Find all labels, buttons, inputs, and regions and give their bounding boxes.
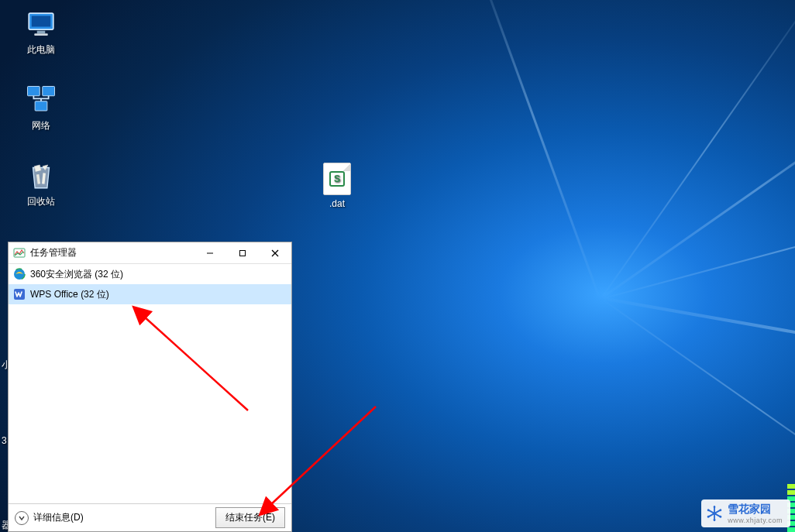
process-row-wps-office[interactable]: WPS Office (32 位) — [9, 284, 291, 304]
file-label: .dat — [329, 198, 345, 209]
network-icon — [25, 84, 57, 116]
svg-point-27 — [720, 510, 722, 512]
process-name: WPS Office (32 位) — [30, 288, 109, 301]
task-manager-icon — [13, 247, 26, 259]
desktop-icon-this-pc[interactable]: 此电脑 — [14, 8, 68, 57]
svg-rect-4 — [28, 87, 40, 96]
desktop-icon-label: 网络 — [32, 119, 50, 132]
desktop-file-dat[interactable]: S .dat — [314, 163, 360, 209]
svg-rect-3 — [34, 33, 48, 36]
close-button[interactable] — [259, 242, 291, 264]
svg-rect-5 — [43, 87, 55, 96]
monitor-icon — [25, 8, 57, 40]
recycle-bin-icon — [25, 160, 57, 192]
desktop-icon-label: 此电脑 — [27, 43, 55, 57]
task-manager-footer: 详细信息(D) 结束任务(E) — [9, 503, 291, 531]
chevron-down-icon — [15, 511, 29, 525]
svg-point-25 — [720, 516, 722, 518]
file-badge: S — [329, 171, 345, 187]
window-title: 任务管理器 — [30, 246, 194, 259]
desktop-icon-network[interactable]: 网络 — [14, 84, 68, 132]
watermark-title: 雪花家园 — [728, 503, 771, 515]
details-toggle[interactable]: 详细信息(D) — [15, 511, 84, 525]
file-document-icon: S — [323, 163, 351, 195]
svg-point-26 — [707, 516, 710, 518]
wps-icon — [13, 288, 26, 300]
svg-point-24 — [707, 510, 710, 512]
task-manager-window: 任务管理器 360安全浏览器 (32 位) — [8, 242, 292, 532]
watermark: 雪花家园 www.xhjaty.com — [701, 499, 790, 527]
watermark-url: www.xhjaty.com — [728, 517, 783, 524]
svg-point-22 — [714, 506, 716, 508]
svg-rect-11 — [240, 250, 246, 256]
desktop-icon-recycle-bin[interactable]: 回收站 — [14, 160, 68, 208]
titlebar[interactable]: 任务管理器 — [9, 242, 291, 264]
end-task-button[interactable]: 结束任务(E) — [215, 507, 285, 528]
cropped-text: 3 — [2, 435, 7, 446]
process-name: 360安全浏览器 (32 位) — [30, 268, 123, 281]
svg-point-23 — [714, 519, 716, 521]
process-row-360-browser[interactable]: 360安全浏览器 (32 位) — [9, 264, 291, 284]
snowflake-icon — [706, 505, 723, 522]
process-list: 360安全浏览器 (32 位) WPS Office (32 位) — [9, 264, 291, 503]
minimize-button[interactable] — [194, 242, 226, 264]
svg-rect-6 — [35, 101, 47, 111]
maximize-button[interactable] — [226, 242, 259, 264]
details-label: 详细信息(D) — [33, 511, 84, 524]
svg-rect-2 — [37, 31, 46, 34]
desktop-icon-label: 回收站 — [27, 195, 55, 208]
ie-icon — [13, 268, 26, 280]
svg-rect-1 — [32, 16, 51, 27]
